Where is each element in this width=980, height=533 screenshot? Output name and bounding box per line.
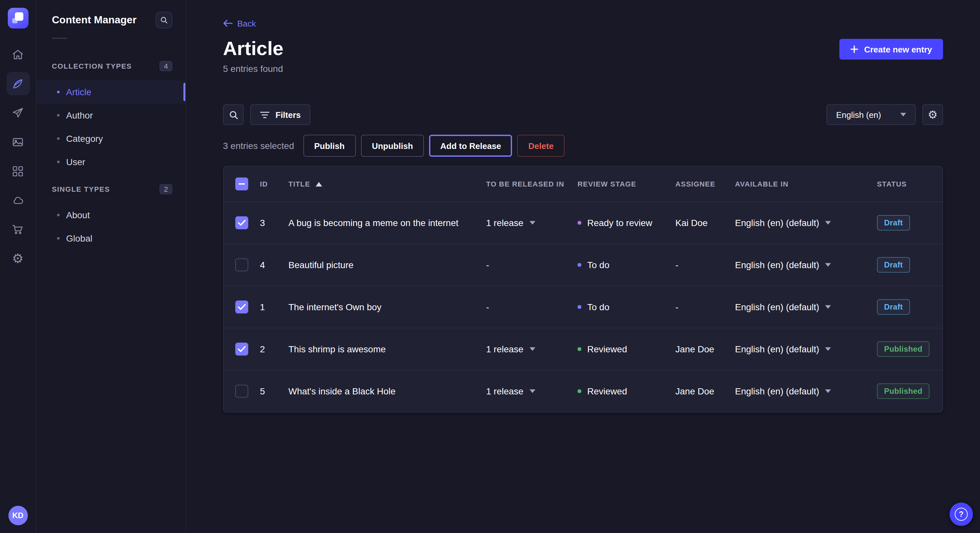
sidebar-item-about[interactable]: About xyxy=(36,203,185,227)
locale-dropdown[interactable]: English (en) (default) xyxy=(735,386,831,397)
column-header-label: TO BE RELEASED IN xyxy=(486,180,564,188)
sidebar-item-category[interactable]: Category xyxy=(36,127,185,150)
row-id: 3 xyxy=(253,217,282,228)
table-header-row: ID TITLE TO BE RELEASED IN REVIEW STAGE … xyxy=(224,167,942,201)
chevron-down-icon xyxy=(529,221,535,225)
column-header-label: AVAILABLE IN xyxy=(735,180,789,188)
locale-label: English (en) (default) xyxy=(735,260,819,270)
search-button[interactable] xyxy=(223,104,244,125)
settings-icon[interactable]: ⚙ xyxy=(6,247,30,270)
row-status-cell: Published xyxy=(877,383,942,399)
column-header-id[interactable]: ID xyxy=(253,180,282,188)
bullet-icon xyxy=(57,214,60,216)
stage-dot xyxy=(578,347,581,351)
filters-label: Filters xyxy=(275,110,301,119)
chevron-down-icon xyxy=(825,263,831,267)
media-library-icon[interactable] xyxy=(6,130,30,154)
column-header-label: ID xyxy=(260,180,268,188)
locale-dropdown[interactable]: English (en) (default) xyxy=(735,260,831,270)
page-title: Article xyxy=(223,38,283,60)
release-count: 1 release xyxy=(486,344,523,354)
locale-select[interactable]: English (en) xyxy=(826,104,916,125)
locale-dropdown[interactable]: English (en) (default) xyxy=(735,302,831,312)
stage-label: Reviewed xyxy=(587,386,627,397)
marketplace-cart-icon[interactable] xyxy=(6,217,30,241)
locale-dropdown[interactable]: English (en) (default) xyxy=(735,344,831,354)
table-row[interactable]: 3A bug is becoming a meme on the interne… xyxy=(224,201,942,244)
status-badge: Published xyxy=(877,383,929,399)
row-checkbox-cell xyxy=(224,343,253,355)
publish-button[interactable]: Publish xyxy=(303,135,355,157)
row-assignee: Jane Doe xyxy=(675,344,735,354)
row-checkbox[interactable] xyxy=(235,385,248,398)
row-review-stage: To do xyxy=(578,260,675,270)
sidebar-item-global[interactable]: Global xyxy=(36,227,185,250)
filters-button[interactable]: Filters xyxy=(250,104,310,125)
row-checkbox[interactable] xyxy=(235,300,248,314)
column-header-title[interactable]: TITLE xyxy=(282,180,486,188)
stage-dot xyxy=(578,221,581,225)
row-title: What's inside a Black Hole xyxy=(282,386,486,397)
content-manager-icon[interactable] xyxy=(6,72,30,95)
main-content: Back Article 5 entries found Create new … xyxy=(186,0,980,533)
table-row[interactable]: 5What's inside a Black Hole1 releaseRevi… xyxy=(224,370,942,412)
release-dropdown[interactable]: 1 release xyxy=(486,217,535,228)
section-label: SINGLE TYPES xyxy=(52,185,110,193)
row-title: A bug is becoming a meme on the internet xyxy=(282,217,486,228)
sidebar-item-article[interactable]: Article xyxy=(36,80,185,104)
content-type-builder-icon[interactable] xyxy=(6,159,30,182)
row-id: 5 xyxy=(253,386,282,397)
chevron-down-icon xyxy=(825,347,831,351)
row-review-stage: Ready to review xyxy=(578,217,675,228)
row-to-be-released-in: 1 release xyxy=(486,386,578,397)
single-types-section: SINGLE TYPES 2 About Global xyxy=(36,184,185,250)
chevron-down-icon xyxy=(900,113,906,117)
row-review-stage: To do xyxy=(578,302,675,312)
unpublish-button[interactable]: Unpublish xyxy=(361,135,424,157)
row-available-in: English (en) (default) xyxy=(735,344,877,354)
row-checkbox-cell xyxy=(224,385,253,398)
row-checkbox[interactable] xyxy=(235,216,248,229)
home-icon[interactable] xyxy=(6,43,30,66)
sidebar-item-user[interactable]: User xyxy=(36,150,185,174)
table-row[interactable]: 2This shrimp is awesome1 releaseReviewed… xyxy=(224,328,942,370)
release-dropdown[interactable]: 1 release xyxy=(486,386,535,397)
deploy-cloud-icon[interactable] xyxy=(6,189,30,212)
row-id: 1 xyxy=(253,302,282,312)
table-row[interactable]: 1The internet's Own boy-To do-English (e… xyxy=(224,286,942,328)
locale-dropdown[interactable]: English (en) (default) xyxy=(735,217,831,228)
sidebar-search-button[interactable] xyxy=(156,12,172,29)
column-header-available-in: AVAILABLE IN xyxy=(735,180,877,188)
stage-label: Ready to review xyxy=(587,217,652,228)
row-to-be-released-in: 1 release xyxy=(486,344,578,354)
row-checkbox[interactable] xyxy=(235,259,248,271)
sort-ascending-icon[interactable] xyxy=(315,182,322,186)
view-settings-button[interactable]: ⚙ xyxy=(922,104,943,125)
row-checkbox-cell xyxy=(224,259,253,271)
locale-label: English (en) (default) xyxy=(735,217,819,228)
release-dropdown[interactable]: 1 release xyxy=(486,344,535,354)
add-to-release-button[interactable]: Add to Release xyxy=(429,135,512,157)
row-status-cell: Published xyxy=(877,341,942,357)
releases-icon[interactable] xyxy=(6,101,30,124)
arrow-left-icon xyxy=(223,19,233,27)
select-all-cell xyxy=(224,178,253,190)
user-avatar[interactable]: KD xyxy=(8,506,27,525)
row-review-stage: Reviewed xyxy=(578,344,675,354)
select-all-checkbox[interactable] xyxy=(235,178,248,190)
strapi-logo[interactable] xyxy=(8,8,28,29)
bullet-icon xyxy=(57,160,60,163)
help-button[interactable]: ? xyxy=(950,503,973,526)
create-new-entry-button[interactable]: Create new entry xyxy=(839,39,943,60)
delete-button[interactable]: Delete xyxy=(517,135,565,157)
section-count-badge: 4 xyxy=(159,61,172,71)
row-status-cell: Draft xyxy=(877,299,942,315)
row-checkbox-cell xyxy=(224,300,253,314)
chevron-down-icon xyxy=(825,221,831,225)
table-row[interactable]: 4Beautiful picture-To do-English (en) (d… xyxy=(224,244,942,286)
row-checkbox[interactable] xyxy=(235,343,248,355)
check-icon xyxy=(238,346,246,352)
sidebar-item-author[interactable]: Author xyxy=(36,104,185,127)
back-link[interactable]: Back xyxy=(223,18,256,29)
stage-label: To do xyxy=(587,260,609,270)
